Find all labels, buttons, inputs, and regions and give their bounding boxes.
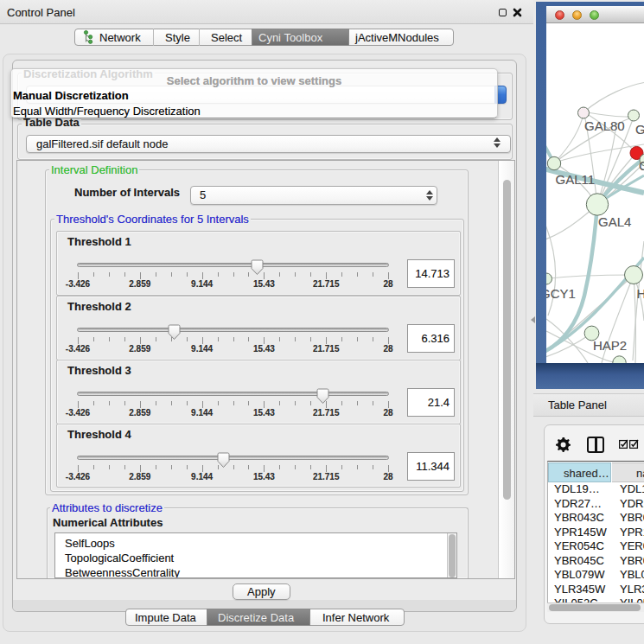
svg-text:HAP2: HAP2 — [593, 338, 627, 353]
svg-text:GCY1: GCY1 — [546, 286, 576, 301]
svg-text:GAL4: GAL4 — [598, 214, 631, 229]
svg-text:GAL11: GAL11 — [556, 172, 596, 187]
svg-text:H: H — [637, 286, 644, 301]
svg-text:C: C — [639, 158, 644, 173]
svg-text:GAL80: GAL80 — [584, 118, 625, 133]
svg-text:G: G — [635, 122, 644, 137]
